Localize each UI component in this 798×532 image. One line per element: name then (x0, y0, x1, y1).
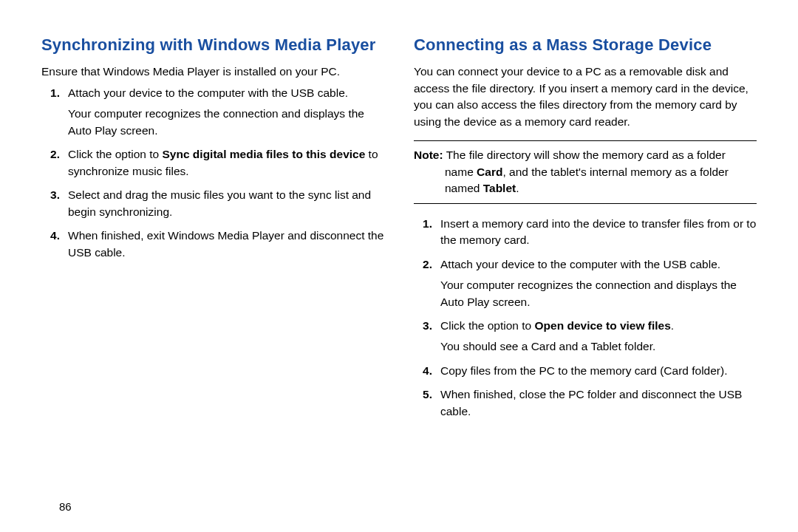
step-text: Insert a memory card into the device to … (440, 216, 757, 249)
right-step-5: When finished, close the PC folder and d… (440, 386, 757, 420)
right-steps: Insert a memory card into the device to … (414, 216, 757, 420)
right-step-2: Attach your device to the computer with … (440, 256, 757, 310)
left-step-4: When finished, exit Windows Media Player… (68, 228, 384, 261)
right-step-1: Insert a memory card into the device to … (440, 216, 757, 249)
step-text: Click the option to Open device to view … (440, 318, 757, 334)
step-extra: You should see a Card and a Tablet folde… (440, 338, 757, 355)
step-text: Attach your device to the computer with … (68, 85, 384, 101)
right-intro: You can connect your device to a PC as a… (414, 64, 757, 130)
left-steps: Attach your device to the computer with … (41, 85, 384, 261)
right-step-4: Copy files from the PC to the memory car… (440, 363, 757, 379)
step-text: Click the option to Sync digital media f… (68, 146, 384, 180)
left-column: Synchronizing with Windows Media Player … (41, 35, 384, 427)
step-text: When finished, exit Windows Media Player… (68, 228, 384, 261)
note-block: Note: The file directory will show the m… (414, 140, 757, 203)
left-step-1: Attach your device to the computer with … (68, 85, 384, 139)
note-content: Note: The file directory will show the m… (414, 147, 757, 197)
left-step-3: Select and drag the music files you want… (68, 187, 384, 220)
two-column-layout: Synchronizing with Windows Media Player … (41, 35, 757, 427)
step-text: Attach your device to the computer with … (440, 256, 757, 273)
page-number: 86 (59, 500, 72, 513)
right-column: Connecting as a Mass Storage Device You … (414, 35, 757, 427)
left-intro: Ensure that Windows Media Player is inst… (41, 64, 384, 80)
left-heading: Synchronizing with Windows Media Player (41, 35, 384, 55)
step-text: Select and drag the music files you want… (68, 187, 384, 220)
step-text: When finished, close the PC folder and d… (440, 386, 757, 420)
step-extra: Your computer recognizes the connection … (440, 277, 757, 310)
step-extra: Your computer recognizes the connection … (68, 106, 384, 139)
step-text: Copy files from the PC to the memory car… (440, 363, 757, 379)
right-heading: Connecting as a Mass Storage Device (414, 35, 757, 55)
left-step-2: Click the option to Sync digital media f… (68, 146, 384, 180)
right-step-3: Click the option to Open device to view … (440, 318, 757, 355)
